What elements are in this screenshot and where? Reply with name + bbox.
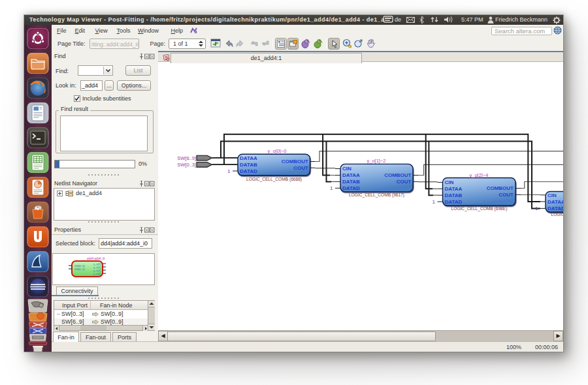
svg-text:LOGIC_CELL_COMB (6688): LOGIC_CELL_COMB (6688) xyxy=(246,177,302,182)
svg-text:DATAA: DATAA xyxy=(240,155,257,161)
svg-text:DATAA: DATAA xyxy=(445,186,463,192)
svg-text:SW[0..3]: SW[0..3] xyxy=(74,268,84,271)
svg-text:SW[6..9]: SW[6..9] xyxy=(177,155,196,161)
svg-text:COMBOUT: COMBOUT xyxy=(384,172,411,178)
svg-text:DATAA: DATAA xyxy=(342,172,360,178)
svg-text:1: 1 xyxy=(433,199,436,205)
svg-text:DATAB: DATAB xyxy=(240,162,257,168)
svg-text:SW[0..3]: SW[0..3] xyxy=(177,162,196,168)
svg-text:CIN: CIN xyxy=(445,179,454,185)
svg-text:1: 1 xyxy=(535,206,538,211)
svg-text:DATAD: DATAD xyxy=(445,199,463,205)
svg-text:COMBOUT: COMBOUT xyxy=(282,159,308,164)
svg-text:y_o[2]~4: y_o[2]~4 xyxy=(470,172,489,178)
svg-text:1: 1 xyxy=(330,185,333,191)
svg-text:LOGIC_CELL_COMB (698E): LOGIC_CELL_COMB (698E) xyxy=(451,206,508,211)
svg-text:COUT: COUT xyxy=(397,179,412,185)
svg-text:CIN: CIN xyxy=(342,166,351,172)
svg-text:LOGIC_CE: LOGIC_CE xyxy=(551,212,564,217)
svg-text:COMBOUT: COMBOUT xyxy=(487,185,514,191)
svg-text:y_o[3]: y_o[3] xyxy=(93,272,101,275)
svg-text:CIN: CIN xyxy=(547,192,557,198)
svg-text:DATAD: DATAD xyxy=(240,168,257,174)
svg-text:DATAB: DATAB xyxy=(445,192,463,198)
svg-text:y_o[1]~2: y_o[1]~2 xyxy=(367,158,386,164)
svg-text:LOGIC_CELL_COMB (9617): LOGIC_CELL_COMB (9617) xyxy=(349,192,404,198)
svg-text:y_o[0]~0: y_o[0]~0 xyxy=(268,148,287,154)
svg-text:DATAD: DATAD xyxy=(342,185,360,191)
svg-text:DATAA: DATAA xyxy=(547,199,563,205)
svg-text:DATAB: DATAB xyxy=(342,179,360,185)
svg-text:1: 1 xyxy=(227,168,231,174)
svg-text:COUT: COUT xyxy=(498,192,514,198)
svg-text:DATAD: DATAD xyxy=(547,206,563,211)
svg-text:COUT: COUT xyxy=(293,165,308,171)
svg-text:add4:add4_i0: add4:add4_i0 xyxy=(87,257,105,260)
